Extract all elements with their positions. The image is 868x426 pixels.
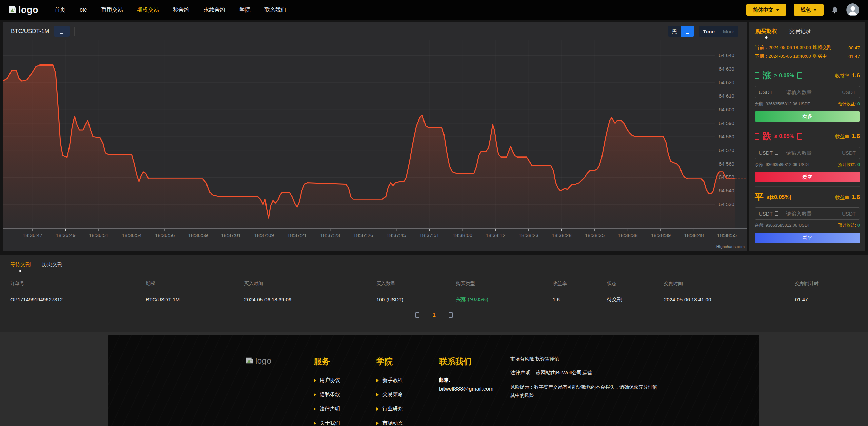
yield-rate-label: 收益率 <box>835 134 849 140</box>
more-button[interactable]: More <box>719 26 738 37</box>
footer-wrap: logo 服务用户协议隐私条款法律声明关于我们学院新手教程交易策略行业研究市场动… <box>0 332 868 426</box>
cell-4: 买涨 (≥0.05%) <box>456 296 553 303</box>
chart-toolbar: BTC/USDT-1M 黑 Time More <box>3 22 747 40</box>
amount-input[interactable] <box>782 208 838 219</box>
nav-item-4[interactable]: 秒合约 <box>173 6 189 14</box>
footer-link-1-0[interactable]: 新手教程 <box>376 377 439 384</box>
estimated-profit: 预计收益:0 <box>838 223 860 228</box>
yield-rate-label: 收益率 <box>835 73 849 79</box>
pagination: 1 <box>10 312 858 318</box>
email-address[interactable]: bitwell888@gmail.com <box>439 386 510 392</box>
orders-tab-1[interactable]: 历史交割 <box>42 261 62 268</box>
footer-link-label: 市场动态 <box>382 420 403 426</box>
col-header-5: 收益率 <box>553 281 607 287</box>
svg-text:18:36:49: 18:36:49 <box>56 233 75 238</box>
estimated-profit-value: 0 <box>857 223 860 228</box>
nav-item-0[interactable]: 首页 <box>55 6 65 14</box>
wallet-button[interactable]: 钱包 <box>794 4 824 16</box>
direction-glyph-icon <box>755 133 760 140</box>
direction-name: 涨 <box>763 70 771 81</box>
notification-bell-icon[interactable] <box>831 6 839 14</box>
direction-glyph-icon <box>797 72 802 79</box>
estimated-profit-label: 预计收益: <box>838 101 856 106</box>
col-header-8: 交割倒计时 <box>795 281 858 287</box>
svg-text:18:37:23: 18:37:23 <box>320 233 340 238</box>
chart-panel: BTC/USDT-1M 黑 Time More 64 64064 63064 6… <box>3 22 747 251</box>
yield-rate-label: 收益率 <box>835 195 849 201</box>
language-button-label: 简体中文 <box>753 7 773 13</box>
amount-input[interactable] <box>782 86 838 98</box>
nav-item-5[interactable]: 永续合约 <box>203 6 225 14</box>
page-number[interactable]: 1 <box>432 312 435 318</box>
svg-text:18:38:39: 18:38:39 <box>651 233 671 238</box>
period-status: 即将交割 <box>813 44 844 51</box>
svg-text:18:37:45: 18:37:45 <box>387 233 406 238</box>
prev-arrow-icon <box>415 312 419 318</box>
order-button-1[interactable]: 看空 <box>755 172 860 182</box>
svg-text:18:37:21: 18:37:21 <box>287 233 307 238</box>
period-countdown: 00:47 <box>844 45 860 50</box>
footer-link-0-3[interactable]: 关于我们 <box>314 420 376 426</box>
dropdown-glyph-icon <box>775 90 778 94</box>
estimated-profit-value: 0 <box>857 162 860 167</box>
nav-item-7[interactable]: 联系我们 <box>264 6 286 14</box>
estimated-profit-value: 0 <box>857 101 860 106</box>
direction-name: 跌 <box>763 130 771 142</box>
logo[interactable]: logo <box>9 5 38 15</box>
footer-col-title: 学院 <box>376 356 439 367</box>
order-button-2[interactable]: 看平 <box>755 233 860 243</box>
section-info-row: 余额: 93663585812.06 USDT预计收益:0 <box>755 101 860 107</box>
balance-text: 余额: 93663585812.06 USDT <box>755 162 810 168</box>
theme-dark-button[interactable]: 黑 <box>668 26 681 37</box>
next-page-button[interactable] <box>449 312 453 318</box>
footer-link-0-1[interactable]: 隐私条款 <box>314 391 376 398</box>
chart-settings-button[interactable] <box>54 26 70 37</box>
direction-glyph-icon <box>797 133 802 140</box>
unit-suffix: USDT <box>838 208 860 219</box>
footer-link-1-1[interactable]: 交易策略 <box>376 391 439 398</box>
email-label: 邮箱: <box>439 377 510 383</box>
svg-text:Highcharts.com: Highcharts.com <box>716 244 745 249</box>
svg-text:18:38:23: 18:38:23 <box>519 233 538 238</box>
language-button[interactable]: 简体中文 <box>746 4 786 16</box>
svg-text:18:38:12: 18:38:12 <box>486 233 505 238</box>
amount-input[interactable] <box>782 147 838 159</box>
currency-selector[interactable]: USDT <box>755 86 782 98</box>
section-head: 平≥|±0.05%|收益率1.6 <box>755 191 860 203</box>
svg-text:18:37:01: 18:37:01 <box>221 233 241 238</box>
footer-link-0-2[interactable]: 法律声明 <box>314 406 376 412</box>
footer-link-columns: 服务用户协议隐私条款法律声明关于我们学院新手教程交易策略行业研究市场动态 <box>314 356 439 426</box>
order-button-0[interactable]: 看多 <box>755 111 860 122</box>
currency-selector[interactable]: USDT <box>755 147 782 159</box>
orders-tab-0[interactable]: 等待交割 <box>10 261 31 268</box>
footer-link-1-2[interactable]: 行业研究 <box>376 406 439 412</box>
time-mode-button[interactable]: Time <box>699 26 719 37</box>
cell-3: 100 (USDT) <box>376 297 456 302</box>
trade-tab-1[interactable]: 交易记录 <box>789 28 811 35</box>
nav-item-3[interactable]: 期权交易 <box>137 6 159 14</box>
next-arrow-icon <box>449 312 453 318</box>
svg-text:18:36:56: 18:36:56 <box>155 233 175 238</box>
nav-item-2[interactable]: 币币交易 <box>101 6 123 14</box>
nav-item-6[interactable]: 学院 <box>239 6 250 14</box>
chart-symbol: BTC/USDT-1M <box>11 28 49 35</box>
footer-link-0-0[interactable]: 用户协议 <box>314 377 376 384</box>
svg-text:18:37:09: 18:37:09 <box>254 233 274 238</box>
section-head: 涨≥ 0.05%收益率1.6 <box>755 70 860 81</box>
nav-item-1[interactable]: otc <box>80 7 87 13</box>
wallet-button-label: 钱包 <box>801 7 811 13</box>
prev-page-button[interactable] <box>415 312 419 318</box>
yield-rate-value: 1.6 <box>852 194 860 201</box>
avatar[interactable] <box>846 3 859 16</box>
logo-text: logo <box>18 5 38 15</box>
footer-link-1-3[interactable]: 市场动态 <box>376 420 439 426</box>
price-chart[interactable]: 64 64064 63064 62064 61064 60064 59064 5… <box>3 40 747 251</box>
theme-light-button[interactable] <box>681 26 694 37</box>
trade-tab-0[interactable]: 购买期权 <box>755 28 777 35</box>
svg-text:64 600: 64 600 <box>719 107 734 112</box>
svg-text:64 610: 64 610 <box>719 93 734 99</box>
chevron-down-icon <box>813 9 817 11</box>
currency-selector[interactable]: USDT <box>755 208 782 219</box>
amount-input-group: USDTUSDT <box>755 147 860 159</box>
triangle-bullet-icon <box>314 393 316 396</box>
